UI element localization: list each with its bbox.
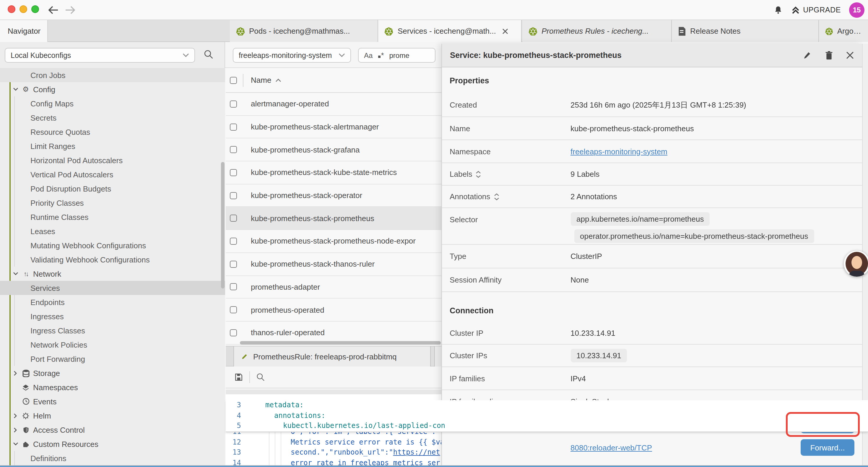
row-checkbox[interactable] [230, 329, 237, 336]
app-window: UPGRADE 15 Navigator Pods - icecheng@mat… [0, 0, 868, 467]
sidebar-item-helm[interactable]: Helm [0, 408, 225, 423]
sidebar-item-limit-ranges[interactable]: Limit Ranges [0, 139, 225, 153]
navigator-tree: Cron Jobs ⚙ Config Config Maps Secrets R… [0, 68, 225, 467]
row-checkbox[interactable] [230, 192, 237, 199]
row-checkbox[interactable] [230, 215, 237, 222]
assistant-avatar[interactable] [844, 251, 868, 276]
sidebar-item-custom-resources[interactable]: Custom Resources [0, 437, 225, 451]
save-icon[interactable] [234, 372, 243, 382]
sidebar-item-horizontal-pod-autoscalers[interactable]: Horizontal Pod Autoscalers [0, 153, 225, 167]
namespace-link[interactable]: freeleaps-monitoring-system [570, 147, 668, 156]
sidebar-item-events[interactable]: Events [0, 394, 225, 408]
sidebar-item-definitions[interactable]: Definitions [0, 451, 225, 465]
namespace-selector[interactable]: freeleaps-monitoring-system [233, 48, 351, 63]
forward-button[interactable] [64, 4, 77, 17]
tab-release-notes[interactable]: Release Notes [672, 20, 819, 42]
sidebar-item-vertical-pod-autoscalers[interactable]: Vertical Pod Autoscalers [0, 167, 225, 181]
sticky-scroll-lines: 3metadata: 4annotations: 5kubectl.kubern… [226, 400, 868, 432]
sidebar-item-endpoints[interactable]: Endpoints [0, 295, 225, 309]
kubernetes-icon [825, 26, 833, 36]
pencil-icon [241, 353, 248, 360]
notifications-bell-icon[interactable] [773, 5, 783, 15]
type-row: Type ClusterIP [442, 245, 862, 268]
port-link-8080[interactable]: 8080:reloader-web/TCP [570, 443, 652, 452]
name-column-header[interactable]: Name [251, 76, 281, 85]
sidebar-item-storage[interactable]: Storage [0, 366, 225, 380]
window-minimize-button[interactable] [20, 5, 27, 13]
upgrade-button[interactable]: UPGRADE [791, 6, 841, 14]
window-bottom-edge [0, 465, 868, 467]
close-panel-icon[interactable] [846, 52, 854, 59]
row-checkbox[interactable] [230, 169, 237, 176]
tab-services[interactable]: Services - icecheng@math... [378, 20, 522, 42]
kubeconfig-selector[interactable]: Local Kubeconfigs [5, 48, 195, 63]
chevron-right-icon[interactable] [11, 427, 20, 432]
sidebar-item-ingress-classes[interactable]: Ingress Classes [0, 323, 225, 338]
sidebar-item-ingresses[interactable]: Ingresses [0, 309, 225, 323]
annotations-row: Annotations 2 Annotations [442, 185, 862, 208]
row-checkbox[interactable] [230, 306, 237, 313]
sidebar-item-cron-jobs[interactable]: Cron Jobs [0, 68, 225, 82]
sidebar-item-runtime-classes[interactable]: Runtime Classes [0, 210, 225, 224]
row-checkbox[interactable] [230, 123, 237, 130]
filter-value: prome [390, 51, 409, 59]
kubernetes-icon [384, 26, 394, 36]
sidebar-item-leases[interactable]: Leases [0, 224, 225, 238]
tab-argo[interactable]: Argo Se [819, 20, 868, 42]
chevron-down-icon[interactable] [11, 87, 20, 91]
notification-count-badge[interactable]: 15 [849, 2, 864, 18]
sidebar-scrollbar[interactable] [221, 162, 224, 289]
edit-pencil-icon[interactable] [803, 51, 812, 60]
chevron-right-icon[interactable] [11, 413, 20, 418]
sidebar-item-secrets[interactable]: Secrets [0, 111, 225, 125]
sidebar-item-port-forwarding[interactable]: Port Forwarding [0, 352, 225, 366]
back-button[interactable] [47, 4, 60, 17]
chevron-down-icon [339, 53, 345, 57]
window-close-button[interactable] [8, 5, 16, 13]
filter-input[interactable]: Aa * prome [358, 48, 435, 63]
sidebar-item-network-policies[interactable]: Network Policies [0, 338, 225, 352]
navigator-pane-tab[interactable]: Navigator [0, 20, 48, 42]
window-zoom-button[interactable] [31, 5, 39, 13]
titlebar: UPGRADE 15 [0, 0, 868, 20]
expand-collapse-icon[interactable] [476, 171, 481, 178]
row-checkbox[interactable] [230, 238, 237, 245]
editor-search-icon[interactable] [256, 372, 265, 382]
sidebar-item-pod-disruption-budgets[interactable]: Pod Disruption Budgets [0, 181, 225, 196]
chevron-down-icon[interactable] [11, 272, 20, 275]
chevron-down-icon[interactable] [11, 442, 20, 446]
tab-pods[interactable]: Pods - icecheng@mathmas... [229, 20, 378, 42]
code-line: annotations: [274, 411, 325, 421]
regex-icon[interactable]: * [378, 51, 384, 60]
close-tab-icon[interactable] [502, 28, 508, 34]
sidebar-item-mutating-webhook-configurations[interactable]: Mutating Webhook Configurations [0, 238, 225, 253]
sidebar-item-priority-classes[interactable]: Priority Classes [0, 196, 225, 210]
sidebar-item-config-maps[interactable]: Config Maps [0, 96, 225, 111]
chevron-right-icon[interactable] [11, 370, 20, 376]
delete-trash-icon[interactable] [825, 51, 833, 60]
sidebar-item-access-control[interactable]: Access Control [0, 423, 225, 437]
sidebar-item-validating-webhook-configurations[interactable]: Validating Webhook Configurations [0, 253, 225, 267]
select-all-checkbox[interactable] [230, 77, 237, 84]
expand-collapse-icon[interactable] [494, 193, 499, 200]
row-checkbox[interactable] [230, 260, 237, 267]
sidebar-item-namespaces[interactable]: Namespaces [0, 380, 225, 394]
sidebar-item-network[interactable]: ↑↓ Network [0, 267, 225, 281]
sidebar-item-services[interactable]: Services [0, 281, 225, 295]
match-case-icon[interactable]: Aa [364, 51, 373, 59]
table-horizontal-scrollbar[interactable] [240, 341, 441, 345]
runbook-url-link[interactable]: https://net [393, 448, 440, 457]
sidebar-item-resource-quotas[interactable]: Resource Quotas [0, 125, 225, 139]
tab-prometheus-rules[interactable]: Prometheus Rules - icecheng... [522, 20, 672, 42]
editor-tab-prometheusrule[interactable]: PrometheusRule: freeleaps-prod-rabbitmq [233, 346, 431, 367]
tab-strip: Navigator Pods - icecheng@mathmas... Ser… [0, 20, 868, 42]
sidebar-item-config[interactable]: ⚙ Config [0, 82, 225, 96]
row-checkbox[interactable] [230, 100, 237, 108]
row-checkbox[interactable] [230, 284, 237, 291]
row-checkbox[interactable] [230, 146, 237, 153]
navigator-search-icon[interactable] [203, 49, 214, 60]
document-icon [678, 26, 686, 36]
panel-header: Service: kube-prometheus-stack-prometheu… [442, 44, 862, 67]
forward-button-8080[interactable]: Forward... [801, 439, 855, 456]
created-row: Created 253d 16h 6m ago (2025年1月13日 GMT+… [442, 93, 862, 117]
